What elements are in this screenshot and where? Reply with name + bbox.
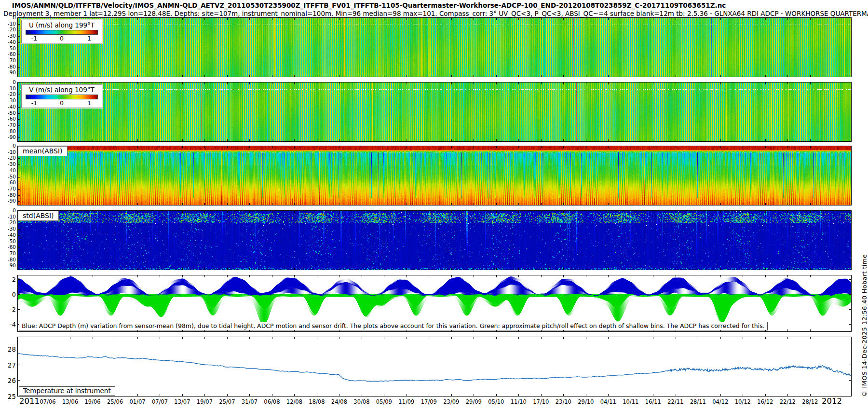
std-absi-plot: std(ABSI) [17, 210, 852, 270]
y-tick-label: -80 [0, 192, 16, 198]
u-colorbar-tick: 0 [60, 35, 64, 42]
u-velocity-legend: U (m/s) along 199°T -1 0 1 [21, 20, 102, 43]
panel-v-velocity: V (m/s) along 109°T -1 0 1 [17, 82, 852, 142]
y-tick-label: -60 [0, 244, 16, 250]
y-tick-label: -80 [0, 128, 16, 134]
y-tick-label: -2 [0, 306, 16, 313]
panel-mean-absi: mean(ABSI) [17, 146, 852, 205]
y-tick-label: -40 [0, 232, 16, 238]
temperature-label: Temperature at instrument [19, 386, 115, 396]
u-legend-title: U (m/s) along 199°T [25, 21, 99, 29]
y-tick-label: -60 [0, 116, 16, 122]
v-colorbar [26, 95, 98, 99]
y-tick-label: -30 [0, 161, 16, 167]
y-tick-label: -30 [0, 33, 16, 39]
y-tick-label: -4 [0, 321, 16, 328]
y-tick-label: -50 [0, 110, 16, 116]
y-tick-label: -20 [0, 155, 16, 161]
y-tick-label: -90 [0, 198, 16, 204]
panel-u-velocity: U (m/s) along 199°T -1 0 1 [17, 17, 852, 77]
y-tick-label: -40 [0, 167, 16, 173]
v-colorbar-tick: -1 [31, 99, 37, 107]
y-tick-label: -50 [0, 238, 16, 244]
y-tick-label: -70 [0, 250, 16, 256]
y-tick-label: 26 [0, 377, 16, 384]
panel-temperature: Temperature at instrument [17, 337, 852, 396]
y-tick-label: 25 [0, 393, 16, 400]
depth-variation-plot: Blue: ADCP Depth (m) variation from sens… [17, 275, 852, 332]
mean-absi-label: mean(ABSI) [18, 146, 68, 156]
mean-absi-plot: mean(ABSI) [17, 146, 852, 205]
y-tick-label: 0 [0, 291, 16, 298]
panel-depth-variation: Blue: ADCP Depth (m) variation from sens… [17, 275, 852, 332]
depth-variation-caption: Blue: ADCP Depth (m) variation from sens… [19, 322, 768, 330]
y-tick-label: -10 [0, 85, 16, 91]
v-velocity-legend: V (m/s) along 109°T -1 0 1 [21, 84, 102, 108]
u-colorbar [26, 30, 98, 35]
std-absi-label: std(ABSI) [18, 211, 59, 221]
y-tick-label: -10 [0, 21, 16, 27]
y-tick-label: -40 [0, 39, 16, 45]
v-colorbar-tick: 1 [87, 99, 91, 107]
adcp-figure: IMOS/ANMN/QLD/ITFFTB/Velocity/IMOS_ANMN-… [0, 0, 868, 410]
y-tick-label: -60 [0, 179, 16, 185]
temperature-plot: Temperature at instrument [17, 337, 852, 396]
y-tick-label: -10 [0, 214, 16, 219]
v-colorbar-ticks: -1 0 1 [25, 99, 99, 107]
figure-title: IMOS/ANMN/QLD/ITFFTB/Velocity/IMOS_ANMN-… [0, 1, 738, 9]
y-tick-label: -10 [0, 149, 16, 155]
y-tick-label: -40 [0, 104, 16, 109]
u-velocity-plot: U (m/s) along 199°T -1 0 1 [17, 17, 852, 77]
y-tick-label: -30 [0, 97, 16, 103]
y-tick-label: -20 [0, 91, 16, 97]
x-tick-label: 28/12 [797, 398, 824, 405]
y-tick-label: -90 [0, 69, 16, 75]
y-tick-label: -70 [0, 57, 16, 63]
y-tick-label: 28 [0, 345, 16, 353]
y-tick-label: 27 [0, 361, 16, 369]
y-tick-label: 0 [0, 14, 16, 20]
u-colorbar-tick: -1 [31, 35, 37, 42]
figure-subtitle: Deployment 3, member 1 lat=12.29S lon=12… [3, 10, 868, 17]
y-tick-label: -60 [0, 51, 16, 57]
u-colorbar-ticks: -1 0 1 [25, 35, 99, 42]
y-tick-label: -20 [0, 219, 16, 225]
v-velocity-plot: V (m/s) along 109°T -1 0 1 [17, 82, 852, 142]
v-colorbar-tick: 0 [60, 99, 64, 107]
y-tick-label: -20 [0, 27, 16, 32]
x-axis-year-end: 2012 [822, 396, 842, 406]
copyright-stamp: © IMOS 14-Dec-2025 12:56:40 Hobart time [861, 254, 868, 397]
y-tick-label: -80 [0, 257, 16, 262]
y-tick-label: -90 [0, 134, 16, 140]
y-tick-label: -90 [0, 262, 16, 268]
y-tick-label: -70 [0, 186, 16, 191]
y-tick-label: -70 [0, 122, 16, 128]
y-tick-label: 0 [0, 143, 16, 149]
mean-absi-heatmap-canvas [18, 146, 851, 205]
u-velocity-heatmap-canvas [18, 18, 851, 77]
v-legend-title: V (m/s) along 109°T [25, 86, 99, 94]
temperature-canvas [18, 337, 851, 396]
y-tick-label: 0 [0, 79, 16, 85]
y-tick-label: 0 [0, 207, 16, 213]
std-absi-heatmap-canvas [18, 211, 851, 270]
y-tick-label: -80 [0, 64, 16, 69]
panel-std-absi: std(ABSI) [17, 210, 852, 270]
v-velocity-heatmap-canvas [18, 82, 851, 141]
u-colorbar-tick: 1 [87, 35, 91, 42]
y-tick-label: -50 [0, 174, 16, 179]
y-tick-label: -30 [0, 226, 16, 232]
y-tick-label: -50 [0, 45, 16, 51]
y-tick-label: 2 [0, 276, 16, 283]
